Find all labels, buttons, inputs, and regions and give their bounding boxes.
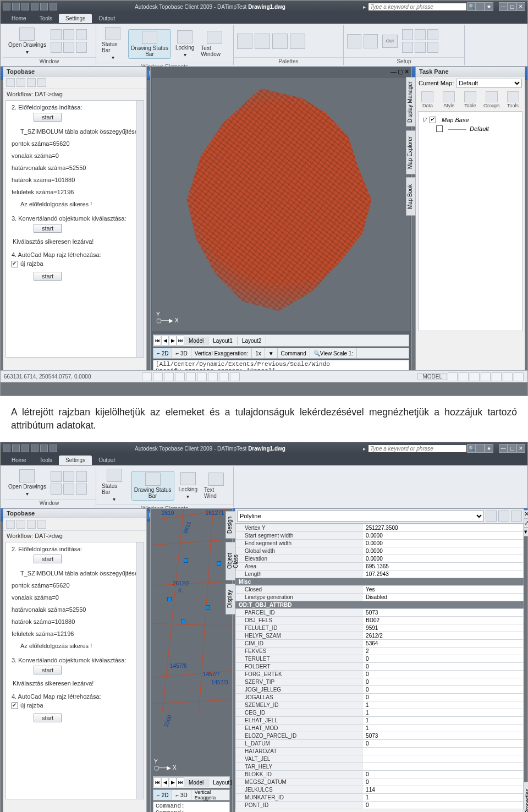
status-toggle-icon[interactable]: [186, 372, 196, 381]
property-row[interactable]: PARCEL_ID5073: [236, 609, 524, 617]
property-row[interactable]: Length107.2943: [236, 570, 524, 578]
vert-exag-dropdown-icon[interactable]: ▼: [265, 348, 278, 358]
model-tab[interactable]: Model: [184, 778, 208, 787]
start-button[interactable]: start: [34, 272, 62, 281]
property-row[interactable]: VALT_JEL: [236, 755, 524, 763]
property-row[interactable]: FEKVES2: [236, 648, 524, 655]
tab-nav-last-icon[interactable]: ⏭: [177, 336, 184, 345]
palette-close-icon[interactable]: ✕: [524, 510, 528, 519]
property-value[interactable]: 0: [362, 802, 524, 809]
layout2-tab[interactable]: Layout2: [238, 337, 267, 345]
properties-vtab[interactable]: Properties: [524, 782, 528, 812]
tab-nav-prev-icon[interactable]: ◀: [161, 777, 169, 787]
view-scale-button[interactable]: 🔍 View Scale 1:: [310, 348, 357, 358]
property-value[interactable]: 2: [362, 648, 524, 655]
palette-icon[interactable]: [272, 34, 288, 49]
favorites-icon[interactable]: ★: [485, 444, 493, 453]
tab-home[interactable]: Home: [5, 456, 33, 465]
palette-menu-icon[interactable]: ▾: [524, 528, 528, 536]
infocenter-search-input[interactable]: [368, 3, 467, 11]
doc-maximize-icon[interactable]: ▢: [398, 68, 403, 75]
window-icon[interactable]: [51, 42, 62, 53]
property-value[interactable]: 0.0000: [362, 532, 524, 540]
default-layer-checkbox[interactable]: [436, 125, 443, 132]
minimize-icon[interactable]: —: [499, 2, 508, 11]
property-value[interactable]: [362, 763, 524, 771]
palette-pin-icon[interactable]: ⤢: [524, 519, 528, 528]
property-value[interactable]: 5073: [362, 609, 524, 617]
model-tab[interactable]: Model: [184, 337, 208, 345]
new-drawing-checkbox[interactable]: [12, 703, 18, 709]
scrollbar[interactable]: [136, 542, 144, 799]
property-value[interactable]: 114: [362, 786, 524, 794]
cui-button[interactable]: CUI: [380, 34, 400, 49]
drawing-canvas[interactable]: — ▢ ✕ Y▢──▶ X ⏮◀▶⏭ Model Layout1 Layout2…: [150, 67, 412, 381]
vert-exag-value[interactable]: 1x: [252, 348, 265, 358]
property-row[interactable]: MUNKATER_ID1: [236, 794, 524, 802]
property-row[interactable]: Elevation0.0000: [236, 555, 524, 563]
qat-icon[interactable]: [21, 3, 29, 10]
text-window-button[interactable]: Text Window: [199, 30, 230, 58]
selection-grip-icon[interactable]: [206, 605, 210, 610]
drawing-canvas[interactable]: 2610 261271 8611 2612/2 K 1457/6 1457/7 …: [150, 508, 233, 812]
properties-object-select[interactable]: Polyline: [237, 511, 484, 522]
qat-icon[interactable]: [40, 3, 48, 10]
property-row[interactable]: MEGSZ_DATUM0: [236, 778, 524, 786]
qat-icon[interactable]: [31, 3, 38, 10]
property-value[interactable]: 251227.3500: [362, 524, 524, 532]
properties-tool-icon[interactable]: [498, 511, 509, 522]
properties-section-header[interactable]: Misc: [235, 578, 524, 585]
tab-tools[interactable]: Tools: [33, 14, 59, 23]
window-icon[interactable]: [63, 471, 74, 482]
new-drawing-checkbox[interactable]: [12, 261, 18, 267]
property-row[interactable]: SZERV_TIP0: [236, 678, 524, 686]
tab-home[interactable]: Home: [5, 14, 33, 23]
status-toggle-icon[interactable]: [470, 372, 480, 381]
status-toggle-icon[interactable]: [514, 372, 524, 381]
property-row[interactable]: BLOKK_ID0: [236, 771, 524, 778]
tab-settings[interactable]: Settings: [59, 456, 92, 465]
property-row[interactable]: PONT_ID0: [236, 802, 524, 809]
scrollbar[interactable]: [136, 101, 144, 357]
comm-center-icon[interactable]: [476, 444, 485, 453]
status-toggle-icon[interactable]: [481, 372, 491, 381]
favorites-icon[interactable]: ★: [485, 2, 493, 11]
close-icon[interactable]: ✕: [516, 2, 525, 11]
property-value[interactable]: Disabled: [362, 594, 524, 601]
property-value[interactable]: 0: [362, 663, 524, 671]
search-icon[interactable]: 🔍: [467, 2, 476, 11]
window-icon[interactable]: [76, 471, 87, 482]
status-toggle-icon[interactable]: [208, 372, 218, 381]
property-value[interactable]: 0: [362, 655, 524, 663]
start-button[interactable]: start: [34, 555, 62, 563]
setup-icon[interactable]: [427, 29, 438, 40]
status-toggle-icon[interactable]: [197, 372, 207, 381]
tab-nav-next-icon[interactable]: ▶: [169, 336, 177, 345]
property-value[interactable]: 5073: [362, 732, 524, 740]
property-value[interactable]: 1: [362, 701, 524, 709]
2d-toggle[interactable]: ⌐ 2D: [153, 348, 172, 358]
display-vtab[interactable]: Display: [226, 584, 235, 615]
selection-grip-icon[interactable]: [184, 558, 188, 563]
property-value[interactable]: BD02: [362, 617, 524, 624]
text-window-button[interactable]: Text Wind: [202, 471, 230, 500]
status-toggle-icon[interactable]: [153, 372, 163, 381]
qat-icon[interactable]: [12, 3, 20, 10]
open-drawings-button[interactable]: Open Drawings▾: [6, 26, 48, 56]
tab-nav-first-icon[interactable]: ⏮: [153, 336, 161, 345]
status-toggle-icon[interactable]: [448, 372, 458, 381]
data-tool[interactable]: Data: [417, 91, 438, 108]
map-viewport[interactable]: [152, 78, 410, 331]
setup-icon[interactable]: [415, 42, 426, 53]
tab-settings[interactable]: Settings: [59, 14, 92, 23]
qat-icon[interactable]: [50, 3, 57, 10]
property-row[interactable]: ELHAT_JELL1: [236, 717, 524, 725]
property-row[interactable]: HELYR_SZAM2612/2: [236, 632, 524, 640]
property-row[interactable]: FELULET_ID9591: [236, 624, 524, 632]
status-bar-button[interactable]: Status Bar▾: [100, 26, 126, 62]
search-icon[interactable]: 🔍: [467, 444, 476, 453]
infocenter-search-input[interactable]: [368, 445, 467, 453]
locking-button[interactable]: Locking▾: [177, 471, 200, 501]
properties-tool-icon[interactable]: [486, 511, 497, 522]
qat-icon[interactable]: [21, 445, 29, 452]
